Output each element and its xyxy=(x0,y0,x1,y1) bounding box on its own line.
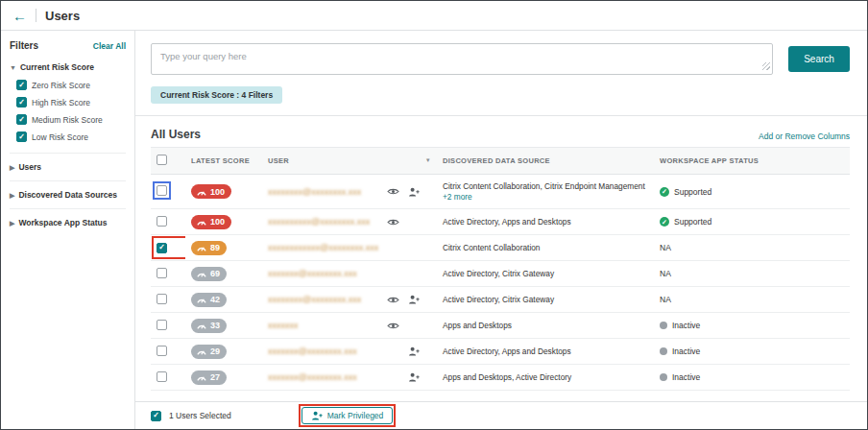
back-arrow-icon: ← xyxy=(12,9,27,23)
check-icon: ✓ xyxy=(662,188,667,195)
risk-gauge-icon xyxy=(197,244,206,251)
row-checkbox[interactable]: ✓ xyxy=(157,268,167,278)
user-email-link[interactable]: xxxxxxxx@xxxxxxxx.xxx xyxy=(268,295,361,304)
search-block: Search Current Risk Score : 4 Filters xyxy=(135,31,867,104)
more-link[interactable]: +2 more xyxy=(443,192,472,202)
filter-item-label: Medium Risk Score xyxy=(32,115,103,125)
row-checkbox[interactable]: ✓ xyxy=(157,294,167,304)
data-source-text: Citrix Content Collaboration, Citrix End… xyxy=(443,181,648,192)
status-icon: ✓ xyxy=(660,187,669,197)
risk-gauge-icon xyxy=(197,296,206,303)
annotation-red-box: Mark Privileged xyxy=(299,404,397,427)
mark-privileged-label: Mark Privileged xyxy=(327,411,384,420)
low-risk-checkbox[interactable]: ✓ xyxy=(16,131,27,142)
users-page: ← Users Filters Clear All ▼ Current Risk… xyxy=(0,0,868,430)
risk-gauge-icon xyxy=(197,270,206,277)
user-email-link[interactable]: xxxxxxxx@xxxxxxxx.xxx xyxy=(268,187,361,197)
column-header-latest-score[interactable]: LATEST SCORE xyxy=(185,148,262,175)
search-button[interactable]: Search xyxy=(788,46,850,72)
clear-all-link[interactable]: Clear All xyxy=(93,41,126,51)
filter-item-zero-risk: ✓ Zero Risk Score xyxy=(16,80,126,90)
filter-item-high-risk: ✓ High Risk Score xyxy=(16,97,126,108)
row-checkbox[interactable]: ✓ xyxy=(157,371,167,382)
chevron-right-icon: ▶ xyxy=(10,164,14,171)
table-row: ✓ 100 xxxxxxxxxx@xxxxxxxx.xxx Activ xyxy=(151,209,850,235)
data-source-text: Active Directory, Citrix Gateway xyxy=(443,295,648,305)
user-email-link[interactable]: xxxxxxx@xxxxxxxx.xxx xyxy=(268,269,357,278)
table-row: ✓ 100 xxxxxxxx@xxxxxxxx.xxx xyxy=(151,175,850,209)
sidebar-section-workspace-app-status[interactable]: ▶ Workspace App Status xyxy=(10,208,126,236)
risk-score-badge: 42 xyxy=(191,293,227,307)
resize-grip-icon[interactable] xyxy=(762,62,770,70)
privileged-user-icon xyxy=(407,187,420,197)
back-button[interactable]: ← xyxy=(12,9,27,23)
status-icon: ✓ xyxy=(660,322,667,329)
risk-score-value: 29 xyxy=(210,346,220,356)
risk-score-value: 27 xyxy=(210,372,220,382)
sidebar-section-users[interactable]: ▶ Users xyxy=(10,153,126,180)
row-checkbox[interactable]: ✓ xyxy=(157,243,167,253)
query-input[interactable] xyxy=(151,43,773,75)
table-row: ✓ 27 xxxxxxx@xxxxxxxx.xxx Apps and xyxy=(151,365,850,391)
column-header-data-source[interactable]: DISCOVERED DATA SOURCE xyxy=(437,148,654,175)
watchlist-eye-icon xyxy=(387,296,399,304)
chevron-right-icon: ▶ xyxy=(10,220,14,227)
column-header-user[interactable]: USER ▼ xyxy=(262,148,437,175)
data-source-text: Apps and Desktops xyxy=(443,321,648,331)
status-label: Supported xyxy=(674,187,711,197)
risk-filter-list: ✓ Zero Risk Score ✓ High Risk Score ✓ Me… xyxy=(16,80,126,142)
data-source-text: Citrix Content Collaboration xyxy=(443,243,648,253)
all-users-title: All Users xyxy=(151,128,201,141)
section-label: Current Risk Score xyxy=(20,62,94,72)
section-label: Discovered Data Sources xyxy=(18,190,117,200)
column-header-app-status[interactable]: WORKSPACE APP STATUS xyxy=(654,148,850,175)
selection-footer: ✓ 1 Users Selected Mark Privileged xyxy=(135,401,867,429)
mark-privileged-button[interactable]: Mark Privileged xyxy=(301,407,394,424)
user-email-link[interactable]: xxxxxxx xyxy=(268,321,299,330)
risk-score-badge: 27 xyxy=(191,370,227,385)
medium-risk-checkbox[interactable]: ✓ xyxy=(16,114,27,125)
section-label: Workspace App Status xyxy=(18,218,107,227)
status-label: Inactive xyxy=(672,321,700,330)
data-source-text: Active Directory, Apps and Desktops xyxy=(443,346,648,357)
risk-score-badge: 100 xyxy=(191,215,231,229)
status-icon: ✓ xyxy=(660,347,667,355)
page-title: Users xyxy=(45,9,80,23)
check-icon: ✓ xyxy=(18,116,25,124)
status-label: Inactive xyxy=(672,372,700,382)
row-checkbox[interactable]: ✓ xyxy=(157,216,167,227)
filter-chip[interactable]: Current Risk Score : 4 Filters xyxy=(151,86,282,104)
sidebar-section-discovered-data-sources[interactable]: ▶ Discovered Data Sources xyxy=(10,180,126,208)
filter-item-label: High Risk Score xyxy=(32,98,90,108)
table-row: ✓ 42 xxxxxxxx@xxxxxxxx.xxx Active D xyxy=(151,287,850,313)
filters-header: Filters Clear All xyxy=(10,40,126,51)
risk-score-badge: 29 xyxy=(191,345,227,359)
high-risk-checkbox[interactable]: ✓ xyxy=(16,97,27,108)
risk-score-value: 42 xyxy=(210,295,220,304)
status-icon: ✓ xyxy=(660,373,667,381)
user-email-link[interactable]: xxxxxxxxxxxx@xxxxxxxx.xxx xyxy=(268,243,378,252)
user-email-link[interactable]: xxxxxxxxxx@xxxxxxxx.xxx xyxy=(268,217,370,227)
status-label: NA xyxy=(660,269,671,278)
status-label: NA xyxy=(660,295,671,304)
privileged-user-icon xyxy=(311,411,323,420)
check-icon: ✓ xyxy=(662,219,667,226)
zero-risk-checkbox[interactable]: ✓ xyxy=(16,80,27,90)
add-remove-columns-link[interactable]: Add or Remove Columns xyxy=(759,131,850,141)
column-label: USER xyxy=(268,156,289,165)
topbar: ← Users xyxy=(1,1,867,31)
data-source-text: Active Directory, Citrix Gateway xyxy=(443,269,648,279)
filter-item-medium-risk: ✓ Medium Risk Score xyxy=(16,114,126,125)
sidebar-section-current-risk-score[interactable]: ▼ Current Risk Score xyxy=(10,62,126,72)
privileged-user-icon xyxy=(407,295,420,304)
user-email-link[interactable]: xxxxxxx@xxxxxxxx.xxx xyxy=(268,346,357,356)
sort-caret-icon[interactable]: ▼ xyxy=(425,157,431,163)
row-checkbox[interactable]: ✓ xyxy=(157,346,167,356)
selection-checkbox[interactable]: ✓ xyxy=(151,411,161,421)
check-icon: ✓ xyxy=(153,412,159,419)
section-label: Users xyxy=(18,162,41,172)
user-email-link[interactable]: xxxxxxx@xxxxxxxx.xxx xyxy=(268,372,357,382)
row-checkbox[interactable]: ✓ xyxy=(157,320,167,330)
row-checkbox[interactable]: ✓ xyxy=(157,185,167,196)
select-all-checkbox[interactable]: ✓ xyxy=(157,155,167,165)
